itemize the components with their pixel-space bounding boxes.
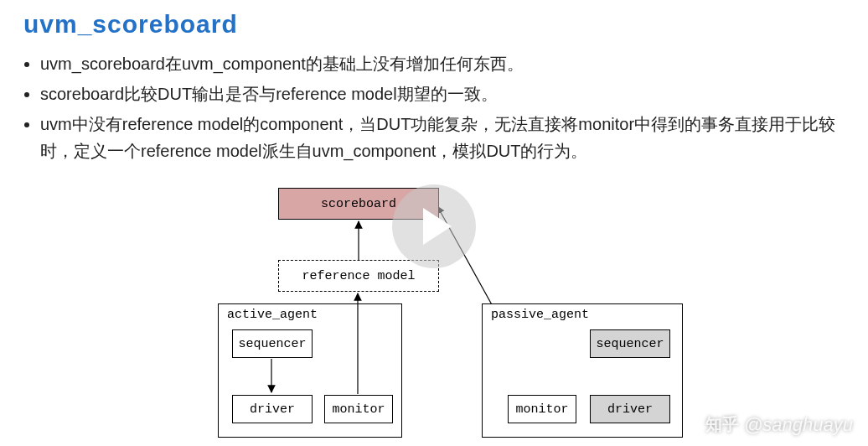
bullet-list: uvm_scoreboard在uvm_component的基础上没有增加任何东西… <box>0 45 868 164</box>
bullet-item: uvm中没有reference model的component，当DUT功能复杂… <box>40 111 843 164</box>
passive-agent-label: passive_agent <box>491 308 589 322</box>
bullet-item: uvm_scoreboard在uvm_component的基础上没有增加任何东西… <box>40 50 843 77</box>
watermark-user: @sanghuayu <box>744 414 853 436</box>
active-driver-box: driver <box>232 395 313 423</box>
passive-monitor-box: monitor <box>508 395 576 423</box>
zhihu-icon: 知乎 <box>705 413 739 436</box>
passive-agent-box: passive_agent monitor sequencer driver <box>482 303 683 438</box>
watermark: 知乎 @sanghuayu <box>705 413 853 436</box>
active-sequencer-box: sequencer <box>232 329 313 358</box>
active-agent-label: active_agent <box>227 308 318 322</box>
passive-driver-box: driver <box>590 395 670 423</box>
reference-model-box: reference model <box>278 260 439 292</box>
play-icon[interactable] <box>392 184 476 268</box>
slide-title: uvm_scoreboard <box>0 0 868 45</box>
active-agent-box: active_agent sequencer driver monitor <box>218 303 402 438</box>
bullet-item: scoreboard比较DUT输出是否与reference model期望的一致… <box>40 80 843 107</box>
active-monitor-box: monitor <box>324 395 393 423</box>
passive-sequencer-box: sequencer <box>590 329 670 358</box>
